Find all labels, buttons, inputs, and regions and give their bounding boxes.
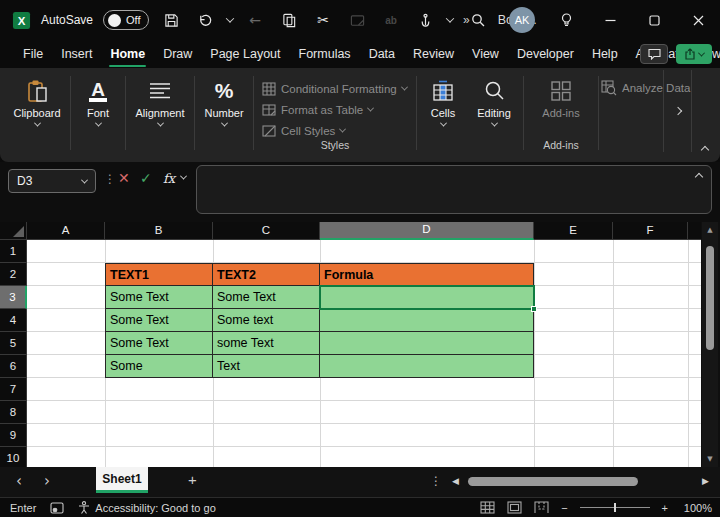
share-button[interactable] [676,44,712,64]
scroll-up-icon[interactable]: ▲ [707,222,712,236]
cell-B6[interactable]: Some [105,355,213,378]
cell-C5[interactable]: some Text [213,332,320,355]
cell-D6[interactable] [320,355,534,378]
font-group-button[interactable]: A Font [73,72,123,154]
tab-help[interactable]: Help [583,42,627,66]
cell-C6[interactable]: Text [213,355,320,378]
cancel-button[interactable]: ✕ [118,170,130,186]
row-header-2[interactable]: 2 [0,263,27,286]
new-sheet-button[interactable]: + [188,471,197,488]
scroll-down-icon[interactable]: ▼ [707,451,712,465]
account-avatar[interactable]: AK [500,0,544,40]
cell-C4[interactable]: Some text [213,309,320,332]
number-group-button[interactable]: % Number [197,72,251,154]
page-layout-view-button[interactable] [507,501,522,514]
lightbulb-icon[interactable] [544,0,588,40]
scrollbar-resize-handle[interactable]: ⋮ [430,474,442,488]
tab-view[interactable]: View [463,42,508,66]
cut-button[interactable]: ✂ [311,7,335,33]
cell-B5[interactable]: Some Text [105,332,213,355]
zoom-slider[interactable] [580,503,650,512]
clipboard-group-button[interactable]: Clipboard [6,72,68,154]
cell-C2[interactable]: TEXT2 [213,263,320,286]
cell-B3[interactable]: Some Text [105,286,213,309]
comments-button[interactable] [640,44,668,64]
alignment-group-button[interactable]: Alignment [128,72,192,154]
column-header-c[interactable]: C [213,222,320,240]
name-box-dropdown-icon[interactable] [81,176,88,183]
name-box[interactable]: D3 [8,169,96,193]
row-header-3[interactable]: 3 [0,286,27,309]
format-as-table-button[interactable]: Format as Table [262,99,414,120]
column-header-partial[interactable] [688,222,701,240]
function-dropdown-icon[interactable] [180,173,187,180]
row-header-6[interactable]: 6 [0,355,27,378]
macro-record-button[interactable] [50,502,64,514]
select-all-button[interactable] [0,222,27,240]
excel-logo-icon[interactable]: X [12,11,31,30]
next-sheet-button[interactable]: › [44,472,50,490]
ribbon-expand-button[interactable] [663,70,692,152]
save-button[interactable] [159,7,183,33]
insert-function-button[interactable]: fx [163,171,175,186]
close-button[interactable] [676,0,720,40]
scroll-right-icon[interactable]: ▶ [702,476,709,486]
cell-B2[interactable]: TEXT1 [105,263,213,286]
cell-styles-button[interactable]: Cell Styles [262,120,414,141]
horizontal-scroll-thumb[interactable] [468,477,638,486]
column-header-e[interactable]: E [534,222,613,240]
row-header-9[interactable]: 9 [0,424,27,447]
tab-insert[interactable]: Insert [52,42,101,66]
tab-formulas[interactable]: Formulas [290,42,360,66]
row-header-7[interactable]: 7 [0,378,27,401]
editing-group-button[interactable]: Editing [467,72,521,154]
touch-mode-dropdown-icon[interactable] [446,14,454,22]
cell-D2[interactable]: Formula [320,263,534,286]
previous-sheet-button[interactable]: ‹ [16,472,22,490]
column-header-d[interactable]: D [320,222,534,240]
search-icon[interactable] [456,0,500,40]
zoom-level[interactable]: 100% [680,502,712,514]
row-header-5[interactable]: 5 [0,332,27,355]
column-header-a[interactable]: A [27,222,105,240]
collapse-ribbon-button[interactable] [702,139,708,157]
vertical-scrollbar[interactable]: ▲ ▼ [702,222,718,467]
page-break-preview-button[interactable] [534,501,549,514]
column-header-b[interactable]: B [105,222,213,240]
accessibility-status[interactable]: Accessibility: Good to go [78,501,215,514]
autosave-toggle[interactable]: Off [103,10,149,30]
row-header-8[interactable]: 8 [0,401,27,424]
tab-draw[interactable]: Draw [154,42,201,66]
undo-button[interactable] [193,7,217,33]
maximize-button[interactable] [632,0,676,40]
zoom-slider-thumb[interactable] [614,503,616,512]
undo-dropdown-icon[interactable] [226,14,234,22]
row-header-4[interactable]: 4 [0,309,27,332]
tab-developer[interactable]: Developer [508,42,583,66]
tab-review[interactable]: Review [404,42,463,66]
cell-C3[interactable]: Some Text [213,286,320,309]
touch-mode-button[interactable] [413,7,437,33]
tab-page-layout[interactable]: Page Layout [201,42,289,66]
cell-D5[interactable] [320,332,534,355]
cell-D4[interactable] [320,309,534,332]
minimize-button[interactable] [588,0,632,40]
normal-view-button[interactable] [480,501,495,514]
formula-input[interactable] [196,165,712,214]
cell-B4[interactable]: Some Text [105,309,213,332]
column-header-f[interactable]: F [613,222,688,240]
conditional-formatting-button[interactable]: Conditional Formatting [262,78,414,99]
tab-data[interactable]: Data [360,42,404,66]
scroll-left-icon[interactable]: ◀ [452,476,459,486]
zoom-in-button[interactable]: + [662,502,668,514]
sheet-tab-sheet1[interactable]: Sheet1 [96,467,148,493]
cells-group-button[interactable]: Cells [419,72,467,154]
vertical-scroll-thumb[interactable] [706,246,714,350]
fill-handle[interactable] [531,306,537,312]
zoom-out-button[interactable]: − [561,502,567,514]
enter-button[interactable]: ✓ [140,170,152,186]
tab-home[interactable]: Home [101,42,154,66]
copy-button[interactable] [277,7,301,33]
row-header-1[interactable]: 1 [0,240,27,263]
tab-file[interactable]: File [14,42,52,66]
